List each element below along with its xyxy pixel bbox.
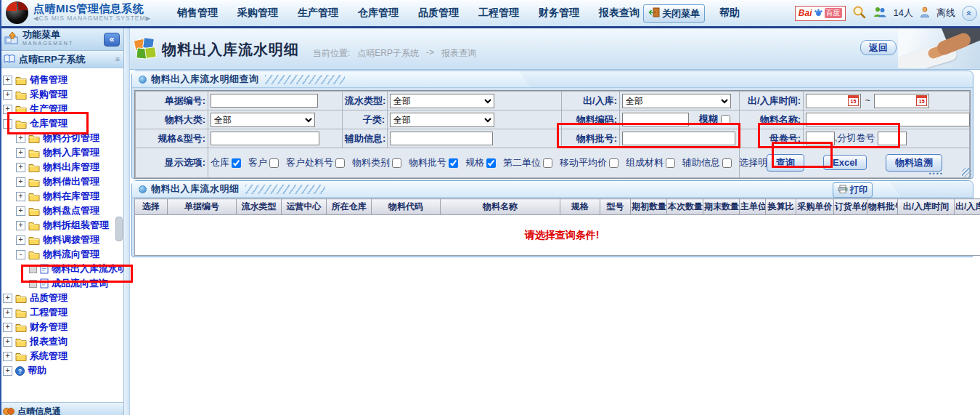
- tree-item-1[interactable]: +采购管理: [0, 87, 123, 102]
- sidebar-bottom-bar[interactable]: 点晴信息通 -: [0, 402, 124, 415]
- result-column-8[interactable]: 型号: [600, 199, 631, 215]
- back-button[interactable]: 返回: [860, 40, 897, 55]
- sidebar-scrollbar-thumb[interactable]: [115, 217, 123, 241]
- material-batch-input[interactable]: [622, 132, 735, 145]
- excel-button[interactable]: Excel: [823, 155, 867, 170]
- tree-item-4[interactable]: +物料分切管理: [0, 131, 123, 145]
- result-column-1[interactable]: 单据编号: [168, 199, 237, 215]
- menu-item-2[interactable]: 生产管理: [298, 7, 338, 20]
- result-column-3[interactable]: 运营中心: [282, 199, 327, 215]
- tree-item-18[interactable]: +报表查询: [0, 334, 123, 349]
- bill-no-input[interactable]: [211, 94, 318, 108]
- tree-expander[interactable]: +: [16, 235, 25, 245]
- collapse-topbar-icon[interactable]: «: [962, 6, 977, 21]
- tree-expander[interactable]: +: [16, 134, 25, 143]
- flow-type-select[interactable]: 全部: [390, 94, 494, 108]
- tree-item-16[interactable]: +工程管理: [0, 305, 123, 320]
- panel-resize-handle[interactable]: [962, 168, 971, 177]
- result-column-2[interactable]: 流水类型: [237, 199, 282, 215]
- close-menu-button[interactable]: 关闭菜单: [643, 4, 705, 23]
- option-checkbox-3[interactable]: [392, 158, 401, 168]
- tree-expander[interactable]: +: [16, 192, 25, 201]
- sidebar-splitter[interactable]: [124, 28, 130, 415]
- tree-expander[interactable]: +: [3, 90, 12, 100]
- option-checkbox-4[interactable]: [449, 158, 458, 168]
- result-column-4[interactable]: 所在仓库: [327, 199, 372, 215]
- tree-item-14[interactable]: 成品流向查询: [0, 276, 123, 291]
- option-checkbox-0[interactable]: [232, 158, 241, 168]
- spec-model-input[interactable]: [211, 132, 319, 145]
- tree-item-8[interactable]: +物料在库管理: [0, 189, 123, 204]
- tree-expander[interactable]: +: [3, 294, 12, 303]
- tree-item-15[interactable]: +品质管理: [0, 291, 123, 305]
- panel-resize-dots[interactable]: ••••: [928, 170, 944, 177]
- result-column-0[interactable]: 选择: [135, 199, 168, 215]
- menu-item-5[interactable]: 工程管理: [478, 7, 519, 20]
- menu-item-3[interactable]: 仓库管理: [358, 7, 399, 20]
- print-button[interactable]: 打印: [833, 182, 873, 198]
- menu-item-9[interactable]: 帮助: [719, 7, 740, 20]
- menu-item-7[interactable]: 报表查询: [599, 7, 640, 20]
- tree-item-6[interactable]: +物料出库管理: [0, 160, 123, 174]
- option-checkbox-6[interactable]: [543, 158, 552, 168]
- offline-status[interactable]: 离线: [936, 7, 955, 20]
- result-column-10[interactable]: 本次数量: [667, 199, 703, 215]
- tree-item-12[interactable]: -物料流向管理: [0, 247, 123, 262]
- tree-item-5[interactable]: +物料入库管理: [0, 145, 123, 160]
- tree-expander[interactable]: +: [16, 206, 25, 216]
- tree-expander[interactable]: +: [16, 177, 25, 187]
- tree-item-0[interactable]: +销售管理: [0, 73, 123, 87]
- result-column-16[interactable]: 物料批号: [867, 199, 898, 215]
- tree-item-13[interactable]: 物料出入库流水明细: [0, 262, 123, 276]
- baidu-search-box[interactable]: Bai 百度: [795, 6, 846, 21]
- mother-roll-input[interactable]: [806, 132, 835, 145]
- result-column-12[interactable]: 主单位: [740, 199, 766, 215]
- tree-expander[interactable]: +: [16, 221, 25, 230]
- tree-item-2[interactable]: +生产管理: [0, 102, 123, 116]
- tree-item-17[interactable]: +财务管理: [0, 320, 123, 334]
- tree-expander[interactable]: -: [16, 250, 25, 259]
- tree-expander[interactable]: +: [3, 308, 12, 318]
- query-button[interactable]: 查询: [767, 154, 804, 172]
- tree-expander[interactable]: +: [3, 337, 12, 347]
- menu-item-6[interactable]: 财务管理: [539, 7, 579, 20]
- tree-item-19[interactable]: +系统管理: [0, 349, 123, 363]
- in-out-select[interactable]: 全部: [622, 94, 731, 108]
- slit-roll-input[interactable]: [878, 132, 907, 145]
- search-icon[interactable]: [852, 5, 866, 22]
- result-column-17[interactable]: 出/入库时间: [898, 199, 955, 215]
- tree-item-7[interactable]: +物料借出管理: [0, 174, 123, 189]
- tree-expander[interactable]: +: [3, 105, 12, 114]
- tree-item-11[interactable]: +物料调拨管理: [0, 233, 123, 247]
- date-from-input[interactable]: 15: [806, 94, 861, 108]
- menu-item-1[interactable]: 采购管理: [237, 7, 278, 20]
- tree-expander[interactable]: +: [3, 352, 12, 361]
- option-checkbox-9[interactable]: [722, 158, 732, 168]
- tree-item-3[interactable]: -仓库管理: [0, 116, 123, 131]
- option-checkbox-7[interactable]: [609, 158, 618, 168]
- tree-expander[interactable]: +: [16, 148, 25, 158]
- result-column-11[interactable]: 期末数量: [703, 199, 740, 215]
- material-name-input[interactable]: [806, 113, 970, 126]
- option-checkbox-8[interactable]: [666, 158, 675, 168]
- result-column-13[interactable]: 换算比: [766, 199, 796, 215]
- result-column-5[interactable]: 物料代码: [372, 199, 441, 215]
- material-trace-button[interactable]: 物料追溯: [886, 154, 942, 172]
- tree-item-9[interactable]: +物料盘点管理: [0, 204, 123, 218]
- tree-expander[interactable]: +: [3, 76, 12, 85]
- result-column-9[interactable]: 期初数量: [631, 199, 667, 215]
- result-column-14[interactable]: 采购单价: [796, 199, 834, 215]
- date-to-input[interactable]: 15: [874, 94, 929, 108]
- online-count[interactable]: 14人: [894, 7, 913, 20]
- option-checkbox-2[interactable]: [335, 158, 345, 168]
- tree-item-10[interactable]: +物料拆组装管理: [0, 218, 123, 233]
- fuzzy-checkbox[interactable]: [721, 115, 730, 124]
- sidebar-collapse-button[interactable]: «: [104, 33, 120, 47]
- aux-info-input[interactable]: [390, 132, 493, 145]
- tree-item-20[interactable]: +?帮助: [0, 363, 123, 378]
- option-checkbox-1[interactable]: [269, 158, 279, 168]
- tree-expander[interactable]: +: [3, 366, 12, 376]
- subsystem-bar[interactable]: 点晴ERP子系统 ≡: [0, 51, 123, 68]
- result-column-15[interactable]: 订货单价: [834, 199, 867, 215]
- tree-expander[interactable]: +: [3, 323, 12, 332]
